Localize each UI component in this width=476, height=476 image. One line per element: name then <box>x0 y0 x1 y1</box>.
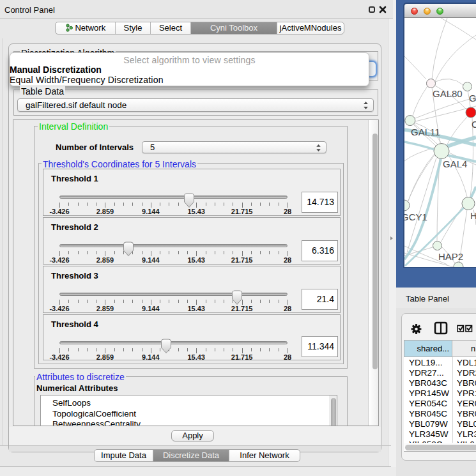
svg-text:GAL4: GAL4 <box>443 158 467 169</box>
svg-text:GCY1: GCY1 <box>404 211 427 222</box>
svg-text:GAL80: GAL80 <box>433 88 463 99</box>
svg-text:GAL11: GAL11 <box>411 127 440 137</box>
svg-text:CY: CY <box>472 119 476 130</box>
svg-text:GAL: GAL <box>469 93 476 104</box>
svg-text:HAP2: HAP2 <box>438 251 463 262</box>
svg-text:HI: HI <box>470 210 476 221</box>
